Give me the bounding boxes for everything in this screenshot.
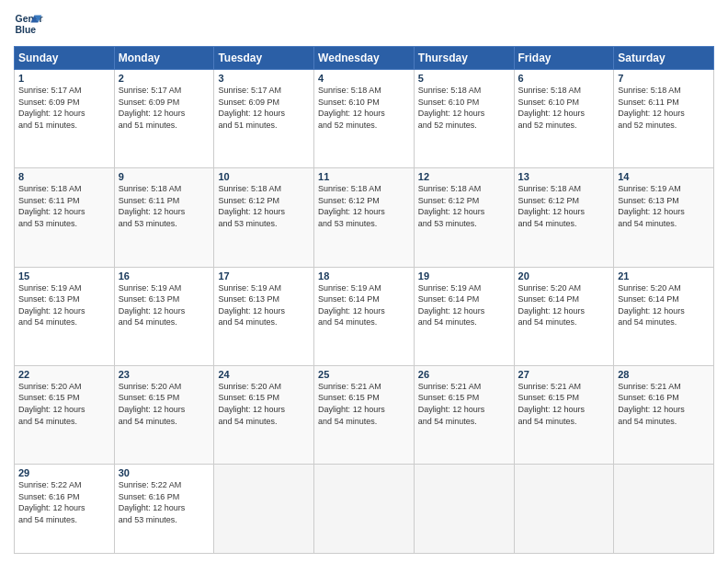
day-info: Sunrise: 5:21 AMSunset: 6:15 PMDaylight:… — [418, 381, 510, 427]
day-info: Sunrise: 5:21 AMSunset: 6:16 PMDaylight:… — [618, 381, 710, 427]
calendar-cell: 8Sunrise: 5:18 AMSunset: 6:11 PMDaylight… — [15, 168, 115, 267]
day-number: 1 — [18, 73, 110, 84]
calendar-header-sunday: Sunday — [15, 47, 115, 70]
day-number: 12 — [418, 171, 510, 182]
day-number: 30 — [119, 467, 210, 478]
calendar-cell: 26Sunrise: 5:21 AMSunset: 6:15 PMDayligh… — [414, 365, 514, 464]
day-number: 19 — [418, 270, 510, 282]
day-info: Sunrise: 5:18 AMSunset: 6:12 PMDaylight:… — [518, 183, 610, 229]
calendar-cell: 15Sunrise: 5:19 AMSunset: 6:13 PMDayligh… — [15, 267, 115, 365]
day-info: Sunrise: 5:18 AMSunset: 6:12 PMDaylight:… — [418, 183, 510, 229]
calendar-header-wednesday: Wednesday — [314, 47, 415, 70]
calendar-header-friday: Friday — [514, 47, 614, 70]
day-number: 6 — [518, 73, 610, 84]
day-info: Sunrise: 5:18 AMSunset: 6:11 PMDaylight:… — [618, 85, 710, 131]
calendar-cell: 14Sunrise: 5:19 AMSunset: 6:13 PMDayligh… — [614, 168, 714, 267]
calendar-cell: 27Sunrise: 5:21 AMSunset: 6:15 PMDayligh… — [514, 365, 614, 464]
day-info: Sunrise: 5:19 AMSunset: 6:13 PMDaylight:… — [618, 183, 710, 229]
calendar-week-4: 29Sunrise: 5:22 AMSunset: 6:16 PMDayligh… — [15, 465, 714, 554]
day-number: 15 — [18, 270, 110, 282]
day-number: 14 — [618, 171, 710, 182]
day-info: Sunrise: 5:18 AMSunset: 6:10 PMDaylight:… — [318, 85, 410, 131]
day-number: 13 — [518, 171, 610, 182]
calendar-cell: 16Sunrise: 5:19 AMSunset: 6:13 PMDayligh… — [114, 267, 214, 365]
day-info: Sunrise: 5:18 AMSunset: 6:10 PMDaylight:… — [418, 85, 510, 131]
calendar-week-3: 22Sunrise: 5:20 AMSunset: 6:15 PMDayligh… — [15, 365, 714, 464]
calendar-week-0: 1Sunrise: 5:17 AMSunset: 6:09 PMDaylight… — [15, 70, 714, 168]
day-info: Sunrise: 5:19 AMSunset: 6:13 PMDaylight:… — [218, 282, 310, 328]
day-info: Sunrise: 5:19 AMSunset: 6:13 PMDaylight:… — [119, 282, 210, 328]
day-number: 24 — [218, 369, 310, 380]
calendar-header-monday: Monday — [114, 47, 214, 70]
day-number: 29 — [18, 467, 110, 478]
day-info: Sunrise: 5:18 AMSunset: 6:12 PMDaylight:… — [218, 183, 310, 229]
calendar-week-1: 8Sunrise: 5:18 AMSunset: 6:11 PMDaylight… — [15, 168, 714, 267]
day-number: 7 — [618, 73, 710, 84]
day-number: 2 — [119, 73, 210, 84]
day-info: Sunrise: 5:18 AMSunset: 6:11 PMDaylight:… — [18, 183, 110, 229]
calendar-cell: 4Sunrise: 5:18 AMSunset: 6:10 PMDaylight… — [314, 70, 415, 168]
header: General Blue — [14, 9, 714, 39]
day-info: Sunrise: 5:21 AMSunset: 6:15 PMDaylight:… — [318, 381, 410, 427]
calendar-cell — [414, 465, 514, 554]
day-number: 8 — [18, 171, 110, 182]
calendar-cell: 30Sunrise: 5:22 AMSunset: 6:16 PMDayligh… — [114, 465, 214, 554]
calendar-cell — [514, 465, 614, 554]
calendar-cell: 29Sunrise: 5:22 AMSunset: 6:16 PMDayligh… — [15, 465, 115, 554]
day-number: 26 — [418, 369, 510, 380]
calendar-cell: 3Sunrise: 5:17 AMSunset: 6:09 PMDaylight… — [214, 70, 314, 168]
day-number: 16 — [119, 270, 210, 282]
day-number: 9 — [119, 171, 210, 182]
calendar-cell: 11Sunrise: 5:18 AMSunset: 6:12 PMDayligh… — [314, 168, 415, 267]
calendar-cell: 22Sunrise: 5:20 AMSunset: 6:15 PMDayligh… — [15, 365, 115, 464]
calendar-cell: 21Sunrise: 5:20 AMSunset: 6:14 PMDayligh… — [614, 267, 714, 365]
day-info: Sunrise: 5:20 AMSunset: 6:15 PMDaylight:… — [119, 381, 210, 427]
svg-text:Blue: Blue — [16, 25, 37, 35]
calendar-cell — [614, 465, 714, 554]
day-info: Sunrise: 5:17 AMSunset: 6:09 PMDaylight:… — [119, 85, 210, 131]
day-number: 10 — [218, 171, 310, 182]
calendar-cell: 24Sunrise: 5:20 AMSunset: 6:15 PMDayligh… — [214, 365, 314, 464]
calendar-cell: 17Sunrise: 5:19 AMSunset: 6:13 PMDayligh… — [214, 267, 314, 365]
calendar-table: SundayMondayTuesdayWednesdayThursdayFrid… — [14, 46, 714, 554]
calendar-cell: 13Sunrise: 5:18 AMSunset: 6:12 PMDayligh… — [514, 168, 614, 267]
calendar-cell: 28Sunrise: 5:21 AMSunset: 6:16 PMDayligh… — [614, 365, 714, 464]
day-number: 23 — [119, 369, 210, 380]
calendar-cell: 2Sunrise: 5:17 AMSunset: 6:09 PMDaylight… — [114, 70, 214, 168]
calendar-cell: 10Sunrise: 5:18 AMSunset: 6:12 PMDayligh… — [214, 168, 314, 267]
calendar-header-thursday: Thursday — [414, 47, 514, 70]
day-info: Sunrise: 5:18 AMSunset: 6:10 PMDaylight:… — [518, 85, 610, 131]
day-number: 17 — [218, 270, 310, 282]
calendar-cell — [314, 465, 415, 554]
page: General Blue SundayMondayTuesdayWednesda… — [0, 0, 728, 563]
day-info: Sunrise: 5:18 AMSunset: 6:12 PMDaylight:… — [318, 183, 410, 229]
day-number: 20 — [518, 270, 610, 282]
calendar-cell: 19Sunrise: 5:19 AMSunset: 6:14 PMDayligh… — [414, 267, 514, 365]
calendar-header-tuesday: Tuesday — [214, 47, 314, 70]
day-info: Sunrise: 5:22 AMSunset: 6:16 PMDaylight:… — [119, 479, 210, 525]
day-info: Sunrise: 5:19 AMSunset: 6:14 PMDaylight:… — [318, 282, 410, 328]
calendar-cell: 12Sunrise: 5:18 AMSunset: 6:12 PMDayligh… — [414, 168, 514, 267]
day-info: Sunrise: 5:22 AMSunset: 6:16 PMDaylight:… — [18, 479, 110, 525]
calendar-cell: 23Sunrise: 5:20 AMSunset: 6:15 PMDayligh… — [114, 365, 214, 464]
calendar-cell: 25Sunrise: 5:21 AMSunset: 6:15 PMDayligh… — [314, 365, 415, 464]
day-info: Sunrise: 5:20 AMSunset: 6:14 PMDaylight:… — [618, 282, 710, 328]
calendar-cell: 20Sunrise: 5:20 AMSunset: 6:14 PMDayligh… — [514, 267, 614, 365]
calendar-header-saturday: Saturday — [614, 47, 714, 70]
day-number: 27 — [518, 369, 610, 380]
calendar-cell — [214, 465, 314, 554]
calendar-header-row: SundayMondayTuesdayWednesdayThursdayFrid… — [15, 47, 714, 70]
calendar-cell: 1Sunrise: 5:17 AMSunset: 6:09 PMDaylight… — [15, 70, 115, 168]
day-info: Sunrise: 5:20 AMSunset: 6:15 PMDaylight:… — [218, 381, 310, 427]
day-number: 28 — [618, 369, 710, 380]
day-info: Sunrise: 5:19 AMSunset: 6:13 PMDaylight:… — [18, 282, 110, 328]
logo: General Blue — [14, 9, 43, 39]
day-number: 11 — [318, 171, 410, 182]
day-number: 4 — [318, 73, 410, 84]
calendar-cell: 7Sunrise: 5:18 AMSunset: 6:11 PMDaylight… — [614, 70, 714, 168]
calendar-cell: 18Sunrise: 5:19 AMSunset: 6:14 PMDayligh… — [314, 267, 415, 365]
day-number: 22 — [18, 369, 110, 380]
calendar-cell: 6Sunrise: 5:18 AMSunset: 6:10 PMDaylight… — [514, 70, 614, 168]
day-info: Sunrise: 5:17 AMSunset: 6:09 PMDaylight:… — [18, 85, 110, 131]
day-info: Sunrise: 5:17 AMSunset: 6:09 PMDaylight:… — [218, 85, 310, 131]
